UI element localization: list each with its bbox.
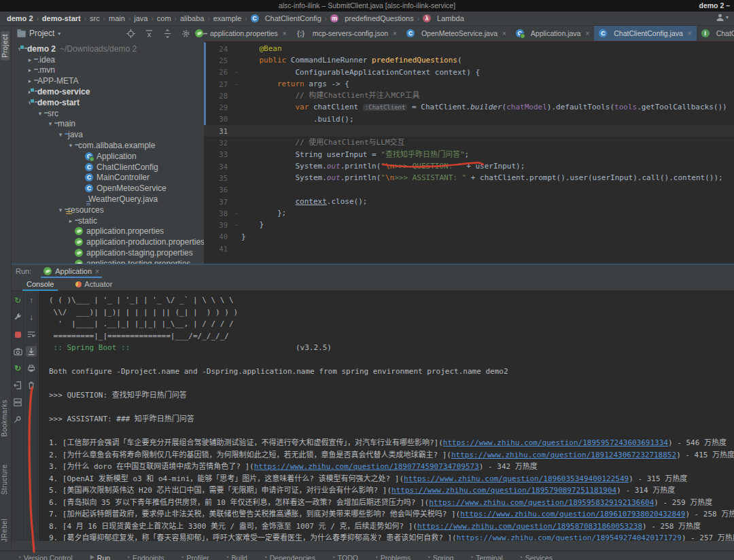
- tree-item-maincontroller[interactable]: CMainController: [12, 173, 204, 183]
- tree-item-application[interactable]: CApplication: [12, 151, 204, 162]
- tab-actuator[interactable]: Actuator: [69, 278, 119, 291]
- line-number[interactable]: 30: [204, 115, 231, 123]
- tab-console[interactable]: Console: [20, 278, 60, 291]
- console-link[interactable]: https://www.zhihu.com/question/189077459…: [254, 462, 479, 471]
- stripe-structure-button[interactable]: Structure: [1, 464, 8, 495]
- editor-tab-application-java[interactable]: CApplication.java×: [511, 26, 594, 41]
- close-icon[interactable]: ×: [585, 30, 589, 37]
- tree-item-demo-start[interactable]: ▾demo-start: [12, 97, 204, 108]
- line-number[interactable]: 26: [204, 68, 231, 76]
- exit-icon[interactable]: [12, 380, 23, 391]
- console-output[interactable]: ( ( )\___ | '_ | '_| | '_ \/ _` | \ \ \ …: [39, 291, 734, 541]
- tree-item-demo-service[interactable]: ▸demo-service: [12, 86, 204, 97]
- stripe-jrebel-button[interactable]: JRebel: [1, 519, 8, 542]
- close-icon[interactable]: ×: [95, 268, 99, 275]
- editor-tab-mcp-servers-config-json[interactable]: {;}mcp-servers-config.json×: [292, 26, 402, 41]
- breadcrumb-item-chatclientconfig[interactable]: CChatClientConfig: [251, 14, 321, 22]
- chevron-down-icon[interactable]: ▾: [36, 110, 44, 117]
- stop-icon[interactable]: [12, 329, 23, 340]
- statusbar-item-services[interactable]: ▪Services: [521, 554, 553, 560]
- editor-tab-chatclientconfig-java[interactable]: CChatClientConfig.java×: [594, 26, 696, 41]
- console-link[interactable]: https://www.zhihu.com/question/189610793…: [460, 510, 685, 519]
- tree-item-.idea[interactable]: ▸.idea: [12, 54, 204, 65]
- line-number[interactable]: 25: [204, 56, 231, 65]
- breadcrumb-item-java[interactable]: java: [134, 14, 147, 22]
- editor-tab-openmeteoservice-java[interactable]: COpenMeteoService.java×: [402, 26, 511, 41]
- tree-item-chatclientconfig[interactable]: CChatClientConfig: [12, 162, 204, 173]
- statusbar-item-build[interactable]: ▪Build: [227, 554, 247, 560]
- print-icon[interactable]: [26, 363, 37, 374]
- console-link[interactable]: https://www.zhihu.com/question/189595832…: [429, 498, 654, 507]
- chevron-down-icon[interactable]: ▾: [56, 207, 65, 213]
- line-number[interactable]: 31: [204, 127, 231, 135]
- line-number[interactable]: 32: [204, 139, 231, 147]
- close-icon[interactable]: ×: [688, 30, 692, 37]
- tree-item-application-testing.properties[interactable]: application-testing.properties: [12, 258, 204, 264]
- close-icon[interactable]: ×: [393, 30, 397, 37]
- breadcrumb-item-alibaba[interactable]: alibaba: [180, 14, 204, 22]
- chevron-down-icon[interactable]: ▾: [46, 120, 54, 127]
- tree-item-static[interactable]: ▸static: [12, 215, 204, 226]
- breadcrumb-item-demo-2[interactable]: demo 2: [7, 14, 33, 22]
- tree-item-demo-2[interactable]: ▾demo 2~/Downloads/demo 2: [12, 43, 204, 54]
- locate-icon[interactable]: [126, 29, 135, 38]
- chevron-down-icon[interactable]: ▾: [67, 142, 75, 149]
- code-editor[interactable]: 24 @Bean25 public CommandLineRunner pred…: [204, 41, 734, 264]
- layout-icon[interactable]: [12, 397, 23, 408]
- line-number[interactable]: 40: [204, 232, 231, 241]
- scrollend-icon[interactable]: [26, 346, 37, 357]
- chevron-right-icon[interactable]: ▸: [26, 77, 34, 84]
- statusbar-item-problems[interactable]: ▪Problems: [376, 554, 410, 560]
- line-number[interactable]: 34: [204, 162, 231, 171]
- breadcrumb-item-predefinedquestions[interactable]: mpredefinedQuestions: [330, 14, 414, 22]
- editor-tab-application-properties[interactable]: application.properties×: [190, 26, 292, 41]
- chevron-down-icon[interactable]: ▾: [56, 131, 65, 138]
- stripe-project-button[interactable]: Project: [1, 31, 10, 60]
- line-number[interactable]: 35: [204, 174, 231, 182]
- line-number[interactable]: 39: [204, 221, 231, 229]
- expand-collapse-icon[interactable]: [162, 29, 172, 38]
- tree-item-resources[interactable]: ▾resources: [12, 205, 204, 215]
- breadcrumb-item-lambda[interactable]: λLambda: [423, 14, 464, 22]
- wrench-icon[interactable]: [12, 312, 23, 323]
- pin-icon[interactable]: [12, 414, 23, 425]
- camera-icon[interactable]: [12, 346, 23, 357]
- console-link[interactable]: https://www.zhihu.com/question/189595724…: [443, 438, 668, 447]
- console-link[interactable]: https://www.zhihu.com/question/189587083…: [417, 522, 642, 531]
- line-number[interactable]: 27: [204, 80, 231, 88]
- chevron-right-icon[interactable]: ▸: [26, 56, 34, 63]
- run-configuration-tab[interactable]: Application ×: [41, 264, 102, 278]
- line-number[interactable]: 41: [204, 245, 231, 253]
- stripe-bookmarks-button[interactable]: Bookmarks: [1, 400, 8, 437]
- fold-marker-icon[interactable]: −: [231, 81, 241, 88]
- console-link[interactable]: https://www.zhihu.com/question/189603534…: [404, 474, 629, 483]
- chevron-right-icon[interactable]: ▸: [67, 217, 75, 224]
- statusbar-item-version-control[interactable]: ▪Version Control: [19, 554, 73, 560]
- tree-item-openmeteoservice[interactable]: COpenMeteoService: [12, 183, 204, 194]
- line-number[interactable]: 33: [204, 150, 231, 158]
- breadcrumb-item-com[interactable]: com: [157, 14, 171, 22]
- tree-item-src[interactable]: ▾src: [12, 108, 204, 119]
- tree-item-main[interactable]: ▾main: [12, 119, 204, 130]
- line-number[interactable]: 29: [204, 103, 231, 111]
- console-link[interactable]: https://www.zhihu.com/question/189579089…: [391, 486, 616, 495]
- fold-marker-icon[interactable]: −: [231, 222, 241, 228]
- editor-tab-chatclient-java[interactable]: IChatClient.java×: [697, 26, 734, 41]
- trash-icon[interactable]: [26, 380, 37, 391]
- breadcrumb-item-src[interactable]: src: [90, 14, 100, 22]
- rerun-icon[interactable]: ↻: [12, 295, 23, 306]
- statusbar-item-todo[interactable]: ▪TODO: [333, 554, 358, 560]
- close-icon[interactable]: ×: [283, 30, 287, 37]
- user-profile-button[interactable]: ▾: [716, 13, 729, 22]
- statusbar-item-dependencies[interactable]: ▪Dependencies: [265, 554, 315, 560]
- line-number[interactable]: 38: [204, 209, 231, 217]
- console-link[interactable]: https://www.zhihu.com/question/189549274…: [457, 533, 682, 541]
- fold-marker-icon[interactable]: −: [231, 210, 241, 217]
- project-view-selector[interactable]: Project ▾: [17, 26, 60, 41]
- tree-item-app-meta[interactable]: ▸APP-META: [12, 75, 204, 86]
- line-number[interactable]: 28: [204, 92, 231, 100]
- fold-marker-icon[interactable]: −: [231, 69, 241, 75]
- collapse-all-icon[interactable]: [144, 29, 154, 38]
- tree-item-.mvn[interactable]: ▸.mvn: [12, 65, 204, 76]
- close-icon[interactable]: ×: [502, 30, 506, 37]
